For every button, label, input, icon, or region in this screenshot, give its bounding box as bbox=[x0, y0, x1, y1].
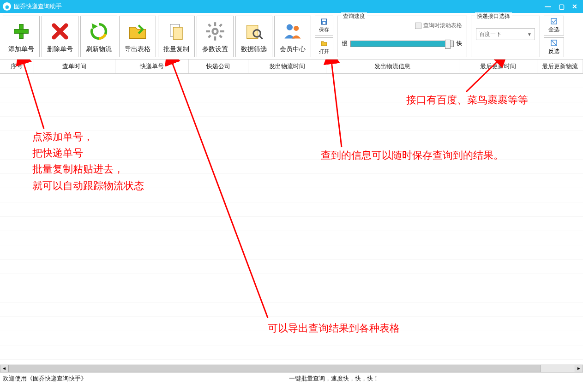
gear-icon bbox=[205, 21, 225, 42]
cross-icon bbox=[50, 21, 70, 42]
titlebar: ◉ 固乔快递查询助手 — ▢ ✕ bbox=[0, 0, 583, 13]
invert-selection-button[interactable]: 反选 bbox=[544, 37, 564, 57]
svg-rect-20 bbox=[322, 19, 326, 21]
grid-body[interactable] bbox=[0, 74, 583, 364]
column-header[interactable]: 最后更新时间 bbox=[459, 59, 537, 73]
close-button[interactable]: ✕ bbox=[572, 3, 577, 10]
toolbar-label: 会员中心 bbox=[280, 45, 306, 53]
svg-rect-5 bbox=[214, 22, 216, 26]
folder-icon bbox=[127, 21, 148, 42]
refresh-icon bbox=[89, 21, 109, 42]
app-title: 固乔快递查询助手 bbox=[14, 2, 545, 11]
horizontal-scrollbar[interactable]: ◄ ► bbox=[0, 364, 583, 372]
svg-rect-7 bbox=[206, 30, 210, 32]
svg-rect-1 bbox=[14, 30, 29, 34]
speed-slider[interactable] bbox=[350, 41, 454, 47]
settings-button[interactable]: 参数设置 bbox=[197, 16, 234, 57]
svg-point-18 bbox=[294, 26, 299, 31]
interface-combo[interactable]: 百度一下 ▼ bbox=[476, 28, 535, 40]
add-number-button[interactable]: 添加单号 bbox=[3, 16, 40, 57]
speed-legend: 查询速度 bbox=[341, 12, 367, 20]
scroll-checkbox[interactable] bbox=[415, 23, 421, 29]
toolbar-label: 参数设置 bbox=[202, 45, 228, 53]
column-header[interactable]: 发出物流时间 bbox=[248, 59, 326, 73]
toolbar: 添加单号删除单号刷新物流导出表格批量复制参数设置数据筛选会员中心 保存 打开 查… bbox=[0, 13, 583, 59]
export-table-button[interactable]: 导出表格 bbox=[119, 16, 156, 57]
invert-icon bbox=[550, 39, 558, 47]
save-icon bbox=[320, 18, 328, 25]
copy-icon bbox=[166, 21, 186, 42]
svg-rect-10 bbox=[219, 35, 222, 38]
status-left: 欢迎使用《固乔快递查询快手》 bbox=[3, 374, 289, 383]
chevron-down-icon: ▼ bbox=[527, 32, 532, 37]
column-header[interactable]: 快递单号 bbox=[115, 59, 189, 73]
toolbar-label: 导出表格 bbox=[125, 45, 150, 53]
svg-rect-3 bbox=[173, 27, 182, 39]
speed-slow-label: 慢 bbox=[342, 40, 348, 48]
open-button[interactable]: 打开 bbox=[315, 37, 333, 57]
minimize-button[interactable]: — bbox=[545, 3, 551, 10]
interface-legend: 快递接口选择 bbox=[475, 12, 512, 20]
filter-button[interactable]: 数据筛选 bbox=[235, 16, 272, 57]
svg-rect-6 bbox=[214, 36, 216, 41]
interface-selected: 百度一下 bbox=[479, 30, 501, 38]
svg-rect-21 bbox=[323, 22, 325, 24]
toolbar-label: 刷新物流 bbox=[86, 45, 112, 53]
toolbar-label: 删除单号 bbox=[47, 45, 73, 53]
grid-header: 序号查单时间快递单号快递公司发出物流时间发出物流信息最后更新时间最后更新物流 bbox=[0, 59, 583, 74]
toolbar-label: 批量复制 bbox=[163, 45, 189, 53]
svg-line-16 bbox=[259, 36, 263, 39]
svg-point-13 bbox=[214, 30, 217, 33]
svg-point-17 bbox=[287, 24, 293, 30]
save-label: 保存 bbox=[319, 26, 329, 33]
column-header[interactable]: 发出物流信息 bbox=[326, 59, 459, 73]
refresh-logistics-button[interactable]: 刷新物流 bbox=[80, 16, 117, 57]
column-header[interactable]: 最后更新物流 bbox=[537, 59, 583, 73]
scroll-right-button[interactable]: ► bbox=[575, 365, 583, 372]
data-grid: 序号查单时间快递单号快递公司发出物流时间发出物流信息最后更新时间最后更新物流 点… bbox=[0, 59, 583, 364]
save-button[interactable]: 保存 bbox=[315, 16, 333, 36]
svg-rect-12 bbox=[208, 35, 211, 38]
svg-rect-22 bbox=[551, 18, 557, 24]
column-header[interactable]: 查单时间 bbox=[34, 59, 116, 73]
select-all-button[interactable]: 全选 bbox=[544, 16, 564, 36]
toolbar-label: 添加单号 bbox=[8, 45, 34, 53]
scroll-left-button[interactable]: ◄ bbox=[0, 365, 8, 372]
select-all-label: 全选 bbox=[548, 26, 559, 34]
interface-panel: 快递接口选择 百度一下 ▼ bbox=[471, 16, 540, 57]
status-right: 一键批量查询，速度快，快，快！ bbox=[289, 374, 580, 383]
select-all-icon bbox=[550, 18, 558, 25]
app-icon: ◉ bbox=[3, 2, 11, 11]
toolbar-label: 数据筛选 bbox=[241, 45, 267, 53]
column-header[interactable]: 快递公司 bbox=[189, 59, 248, 73]
speed-panel: 查询速度 查询时滚动表格 慢 快 bbox=[337, 16, 467, 57]
member-center-button[interactable]: 会员中心 bbox=[274, 16, 311, 57]
maximize-button[interactable]: ▢ bbox=[559, 3, 565, 10]
statusbar: 欢迎使用《固乔快递查询快手》 一键批量查询，速度快，快，快！ bbox=[0, 372, 583, 384]
svg-rect-8 bbox=[220, 30, 224, 32]
search-icon bbox=[244, 21, 264, 42]
scroll-checkbox-label: 查询时滚动表格 bbox=[423, 22, 462, 30]
column-header[interactable]: 序号 bbox=[0, 59, 34, 73]
users-icon bbox=[282, 21, 303, 42]
svg-rect-11 bbox=[219, 24, 222, 27]
batch-copy-button[interactable]: 批量复制 bbox=[158, 16, 195, 57]
open-label: 打开 bbox=[319, 48, 329, 55]
scroll-thumb[interactable] bbox=[8, 365, 541, 372]
plus-icon bbox=[11, 21, 31, 42]
speed-fast-label: 快 bbox=[457, 40, 462, 48]
speed-slider-thumb[interactable] bbox=[445, 40, 451, 49]
open-icon bbox=[320, 40, 328, 47]
invert-label: 反选 bbox=[548, 48, 559, 55]
delete-number-button[interactable]: 删除单号 bbox=[42, 16, 78, 57]
svg-rect-9 bbox=[208, 24, 211, 27]
